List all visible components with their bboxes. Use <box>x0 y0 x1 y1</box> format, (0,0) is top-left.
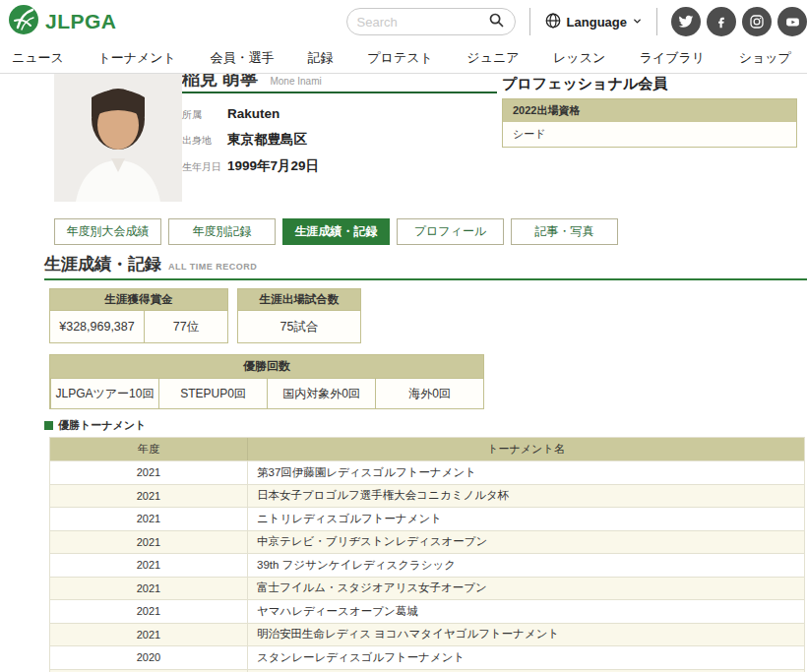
nav-item[interactable]: ニュース <box>12 49 64 67</box>
facebook-icon[interactable] <box>707 7 736 36</box>
player-field: 生年月日 1999年7月29日 <box>182 157 497 175</box>
tournament-row[interactable]: 2021 第37回伊藤園レディスゴルフトーナメント <box>50 460 804 484</box>
membership-panel: プロフェッショナル会員 2022出場資格 シード <box>502 75 797 148</box>
tournament-year: 2021 <box>50 624 247 646</box>
wins-count-cell: 国内対象外0回 <box>267 379 375 408</box>
nav-item[interactable]: プロテスト <box>367 49 433 67</box>
career-events-value: 75試合 <box>238 311 360 342</box>
language-label: Language <box>567 15 627 30</box>
section-title-en: ALL TIME RECORD <box>168 262 257 272</box>
tournaments-table-header: 年度 トーナメント名 <box>50 438 804 460</box>
tournaments-table: 年度 トーナメント名 2021 第37回伊藤園レディスゴルフトーナメント 202… <box>49 437 805 672</box>
field-label: 出身地 <box>182 134 227 148</box>
player-name-en: Mone Inami <box>270 76 321 87</box>
social-links <box>671 7 807 36</box>
nav-item[interactable]: ショップ <box>739 49 791 67</box>
tournament-year: 2021 <box>50 554 247 577</box>
nav-item[interactable]: 会員・選手 <box>210 49 274 67</box>
wins-count-cell: STEPUP0回 <box>158 379 267 408</box>
profile-tab[interactable]: 生涯成績・記録 <box>282 218 390 245</box>
nav-item[interactable]: 記録 <box>308 49 334 67</box>
tournaments-label-text: 優勝トーナメント <box>58 418 146 433</box>
jlpga-logo-icon <box>8 4 39 39</box>
profile-tab[interactable]: 年度別記録 <box>168 218 276 245</box>
tournament-name: 39th フジサンケイレディスクラシック <box>247 554 804 577</box>
tournament-row[interactable]: 2021 中京テレビ・ブリヂストンレディスオープン <box>50 530 804 554</box>
nav-item[interactable]: ジュニア <box>466 49 519 67</box>
career-prize-amount: ¥328,969,387 <box>50 311 144 342</box>
tournament-name: スタンレーレディスゴルフトーナメント <box>247 646 804 669</box>
tournament-name: ヤマハレディースオープン葛城 <box>247 600 804 623</box>
player-profile: 稲見 萌寧 Mone Inami 所属 Rakuten 出身地 東京都豊島区 生… <box>0 74 807 206</box>
jlpga-logo[interactable]: JLPGA <box>8 4 117 39</box>
career-prize-rank: 77位 <box>144 311 227 342</box>
name-underline <box>182 92 497 93</box>
nav-item[interactable]: トーナメント <box>97 49 176 67</box>
header-divider <box>656 8 657 35</box>
tournament-year: 2020 <box>50 646 247 669</box>
wins-count-cell: 海外0回 <box>375 379 483 408</box>
tournament-name: ニトリレディスゴルフトーナメント <box>247 508 804 530</box>
tournament-year: 2021 <box>50 531 247 554</box>
wins-count-row: JLPGAツアー10回 STEPUP0回 国内対象外0回 海外0回 <box>50 379 483 408</box>
tournament-year: 2021 <box>50 600 247 623</box>
youtube-icon[interactable] <box>777 7 807 36</box>
field-label: 生年月日 <box>182 160 227 174</box>
tournament-row[interactable]: 2021 日本女子プロゴルフ選手権大会コニカミノルタ杯 <box>50 484 804 508</box>
language-selector[interactable]: Language <box>544 12 643 32</box>
profile-tab[interactable]: 記事・写真 <box>511 218 618 245</box>
instagram-icon[interactable] <box>742 7 772 36</box>
profile-tab[interactable]: プロフィール <box>397 218 504 245</box>
membership-title: プロフェッショナル会員 <box>502 75 797 93</box>
career-prize-header: 生涯獲得賞金 <box>50 289 227 311</box>
column-header-year: 年度 <box>50 438 247 460</box>
search-box[interactable] <box>346 8 516 35</box>
career-events-header: 生涯出場試合数 <box>238 289 360 311</box>
player-field: 所属 Rakuten <box>182 106 497 122</box>
wins-count-cell: JLPGAツアー10回 <box>50 379 158 408</box>
tournament-name: 日本女子プロゴルフ選手権大会コニカミノルタ杯 <box>247 485 804 508</box>
tournament-row[interactable]: 2020 スタンレーレディスゴルフトーナメント <box>50 645 804 669</box>
nav-item[interactable]: レッスン <box>553 49 605 67</box>
tournament-row[interactable]: 2019 センチュリー21レディスゴルフトーナメント <box>50 669 804 672</box>
tournament-year: 2021 <box>50 461 247 484</box>
qualification-header: 2022出場資格 <box>503 99 796 122</box>
wins-count-header: 優勝回数 <box>50 355 483 379</box>
tournament-name: 第37回伊藤園レディスゴルフトーナメント <box>247 461 804 484</box>
top-header: JLPGA Language <box>0 0 807 43</box>
field-value: 東京都豊島区 <box>227 131 307 149</box>
player-name: 稲見 萌寧 <box>182 74 258 89</box>
main-navigation: ニュース トーナメント 会員・選手 記録 プロテスト ジュニア レッスン ライブ… <box>0 43 807 74</box>
section-title: 生涯成績・記録 ALL TIME RECORD <box>44 253 807 280</box>
wins-count-box: 優勝回数 JLPGAツアー10回 STEPUP0回 国内対象外0回 海外0回 <box>49 354 484 409</box>
tournament-row[interactable]: 2021 明治安田生命レディス ヨコハマタイヤゴルフトーナメント <box>50 623 804 646</box>
player-field: 出身地 東京都豊島区 <box>182 131 497 149</box>
chevron-down-icon <box>632 15 643 30</box>
nav-item[interactable]: ライブラリ <box>640 49 706 67</box>
search-input[interactable] <box>357 15 482 30</box>
column-header-name: トーナメント名 <box>247 438 804 460</box>
profile-tabs: 年度別大会成績 年度別記録 生涯成績・記録 プロフィール 記事・写真 <box>54 218 807 245</box>
qualification-box: 2022出場資格 シード <box>502 98 797 148</box>
career-stats: 生涯獲得賞金 ¥328,969,387 77位 生涯出場試合数 75試合 <box>49 288 807 343</box>
tournament-year: 2021 <box>50 485 247 508</box>
player-photo <box>54 74 182 202</box>
tournaments-table-body: 2021 第37回伊藤園レディスゴルフトーナメント 2021 日本女子プロゴルフ… <box>50 460 804 672</box>
field-value: Rakuten <box>227 106 279 121</box>
jlpga-logo-text: JLPGA <box>45 10 117 33</box>
career-events-box: 生涯出場試合数 75試合 <box>237 288 361 343</box>
tournament-row[interactable]: 2021 ヤマハレディースオープン葛城 <box>50 599 804 623</box>
tournament-row[interactable]: 2021 39th フジサンケイレディスクラシック <box>50 553 804 577</box>
tournament-row[interactable]: 2021 ニトリレディスゴルフトーナメント <box>50 507 804 530</box>
twitter-icon[interactable] <box>671 7 701 36</box>
tournaments-label: 優勝トーナメント <box>44 418 807 433</box>
tournament-year: 2021 <box>50 578 247 600</box>
section-title-jp: 生涯成績・記録 <box>44 253 161 275</box>
profile-tab[interactable]: 年度別大会成績 <box>54 218 161 245</box>
search-icon[interactable] <box>488 12 505 32</box>
tournament-name: 明治安田生命レディス ヨコハマタイヤゴルフトーナメント <box>247 624 804 646</box>
player-fields: 所属 Rakuten 出身地 東京都豊島区 生年月日 1999年7月29日 <box>182 106 497 175</box>
tournament-name: 富士フイルム・スタジオアリス女子オープン <box>247 578 804 600</box>
qualification-value: シード <box>503 122 796 147</box>
tournament-row[interactable]: 2021 富士フイルム・スタジオアリス女子オープン <box>50 577 804 600</box>
